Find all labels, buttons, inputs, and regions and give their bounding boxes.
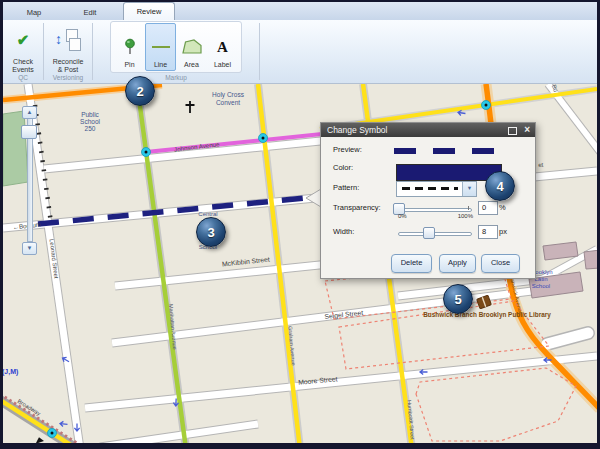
check-icon: ✔ xyxy=(17,31,30,49)
maximize-icon[interactable] xyxy=(508,127,517,135)
pattern-dash-preview xyxy=(402,187,458,190)
pattern-label: Pattern: xyxy=(333,183,359,192)
ribbon: Map Edit Review ✔ Check Events QC ↕ xyxy=(3,2,597,84)
map-label: School xyxy=(532,283,550,289)
markup-panel: Pin Line Area A xyxy=(110,21,242,73)
vertex-dot-center xyxy=(262,137,265,140)
map-label: Latin xyxy=(534,276,547,282)
ribbon-tab-bar: Map Edit Review xyxy=(3,2,597,20)
vertex-dot-center xyxy=(51,432,54,435)
area-tool-button[interactable]: Area xyxy=(176,23,207,71)
dialog-title-bar[interactable]: Change Symbol × xyxy=(321,123,535,137)
pin-tool-label: Pin xyxy=(124,61,134,70)
map-label: et xyxy=(538,161,544,169)
width-slider-handle[interactable] xyxy=(423,227,435,239)
application-window: Map Edit Review ✔ Check Events QC ↕ xyxy=(0,0,600,449)
preview-label: Preview: xyxy=(333,145,362,154)
label-tool-label: Label xyxy=(214,61,231,70)
callout-badge-3: 3 xyxy=(196,217,226,247)
transparency-slider-tick xyxy=(468,206,469,210)
group-caption-versioning: Versioning xyxy=(53,73,83,83)
pattern-dropdown[interactable]: ▼ xyxy=(396,181,477,197)
transparency-input[interactable]: 0 xyxy=(478,201,498,215)
tab-edit[interactable]: Edit xyxy=(67,5,113,20)
reconcile-label2: & Post xyxy=(53,66,84,74)
callout-badge-2: 2 xyxy=(125,76,155,106)
width-input[interactable]: 8 xyxy=(478,225,498,239)
reconcile-label: Reconcile xyxy=(53,58,84,66)
transparency-min-label: 0% xyxy=(398,213,407,219)
moore-street xyxy=(85,356,597,408)
pin-icon xyxy=(123,33,137,61)
map-label: Holy Cross xyxy=(212,91,245,99)
apply-button[interactable]: Apply xyxy=(439,254,476,273)
delete-button[interactable]: Delete xyxy=(391,254,432,273)
map-label: Central xyxy=(198,211,217,217)
map-label: 250 xyxy=(85,125,96,132)
transparency-max-label: 100% xyxy=(451,213,473,219)
label-tool-button[interactable]: A Label xyxy=(207,23,238,71)
symbol-preview xyxy=(394,148,494,154)
arrowhead-icon xyxy=(36,437,45,443)
transparency-label: Transparency: xyxy=(333,203,381,212)
cross-icon xyxy=(186,101,195,113)
map-label: Seigel Street xyxy=(324,309,364,321)
callout-badge-4: 4 xyxy=(485,171,515,201)
map-label: Public xyxy=(81,111,99,118)
map-label: McKibbin Street xyxy=(222,256,271,268)
close-icon[interactable]: × xyxy=(524,123,530,137)
line-tool-button[interactable]: Line xyxy=(145,23,176,71)
width-slider-track[interactable] xyxy=(398,232,472,236)
reconcile-post-button[interactable]: ↕ xyxy=(55,22,81,58)
label-icon: A xyxy=(217,33,228,61)
width-unit: px xyxy=(499,227,507,236)
tab-review[interactable]: Review xyxy=(123,2,175,20)
group-markup: Pin Line Area A xyxy=(93,20,259,83)
dead-end-street xyxy=(547,333,588,344)
check-events-label2: Events xyxy=(12,66,33,74)
reconcile-icon: ↕ xyxy=(55,28,81,52)
vertex-dot-center xyxy=(145,151,148,154)
check-events-button[interactable]: ✔ xyxy=(17,22,30,58)
close-button[interactable]: Close xyxy=(481,254,520,273)
building xyxy=(543,242,578,260)
transparency-unit: % xyxy=(499,203,506,212)
group-caption-markup: Markup xyxy=(165,73,187,83)
check-events-label: Check xyxy=(12,58,33,66)
color-label: Color: xyxy=(333,163,353,172)
park xyxy=(3,111,28,186)
group-caption-qc: QC xyxy=(18,73,28,83)
building xyxy=(584,250,597,269)
oneway-arrow-icon xyxy=(60,421,68,427)
area-icon xyxy=(182,33,202,61)
map-label: (J,M) xyxy=(3,368,18,376)
vertex-dot-center xyxy=(485,104,488,107)
parcel-outline xyxy=(416,368,576,441)
map-label: Convent xyxy=(216,99,240,106)
area-tool-label: Area xyxy=(184,61,199,70)
line-tool-label: Line xyxy=(154,61,167,70)
dialog-title: Change Symbol xyxy=(321,125,387,135)
group-versioning: ↕ Reconcile & Post Versioning xyxy=(44,20,92,83)
map-label: School xyxy=(80,118,100,125)
tab-map[interactable]: Map xyxy=(11,5,57,20)
callout-badge-5: 5 xyxy=(443,284,473,314)
manhattan-avenue xyxy=(137,84,186,443)
chevron-down-icon[interactable]: ▼ xyxy=(462,182,476,196)
ribbon-body: ✔ Check Events QC ↕ Reconcile & Post xyxy=(3,20,597,84)
pin-tool-button[interactable]: Pin xyxy=(114,23,145,71)
line-icon xyxy=(151,33,171,61)
zoom-in-button[interactable]: ▲ xyxy=(22,106,37,119)
zoom-slider-handle[interactable] xyxy=(21,125,37,139)
map-label: Bushwick Branch Brooklyn Public Library xyxy=(423,311,551,319)
width-label: Width: xyxy=(333,227,354,236)
transparency-slider-track[interactable] xyxy=(398,208,472,212)
group-separator xyxy=(259,23,260,80)
zoom-out-button[interactable]: ▼ xyxy=(22,242,37,255)
group-qc: ✔ Check Events QC xyxy=(3,20,43,83)
dialog-callout-pointer xyxy=(306,189,321,207)
